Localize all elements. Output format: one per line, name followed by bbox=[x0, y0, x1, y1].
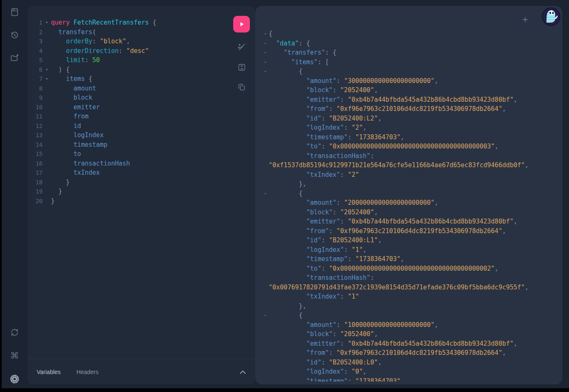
code-text: { bbox=[269, 67, 302, 76]
code-text: id bbox=[51, 121, 81, 131]
response-json-line: "txIndex": "2" bbox=[262, 170, 562, 180]
add-tab-button[interactable]: + bbox=[521, 13, 530, 26]
code-text: }, bbox=[269, 302, 306, 311]
query-code-line[interactable]: 8 amount bbox=[30, 84, 226, 93]
history-icon[interactable] bbox=[9, 29, 20, 41]
line-number: 17 bbox=[30, 168, 43, 178]
query-code-line[interactable]: 3 orderBy: "block", bbox=[30, 37, 226, 46]
merge-icon-svg bbox=[237, 63, 247, 72]
ghost-logo[interactable] bbox=[541, 7, 561, 26]
response-json-line: "block": "2052400", bbox=[262, 85, 562, 95]
code-text: timestamp bbox=[51, 140, 107, 150]
query-code-line[interactable]: 7▾ items { bbox=[30, 74, 226, 84]
line-number: 20 bbox=[30, 196, 43, 206]
query-code-line[interactable]: 12 id bbox=[30, 121, 226, 131]
query-code-line[interactable]: 4 orderDirection: "desc" bbox=[30, 46, 226, 56]
query-code-line[interactable]: 18 } bbox=[30, 178, 226, 187]
docs-icon[interactable] bbox=[9, 6, 20, 18]
query-code-line[interactable]: 6▾ ) { bbox=[30, 65, 226, 75]
query-code-line[interactable]: 19 } bbox=[30, 187, 226, 196]
line-number: 13 bbox=[30, 131, 43, 140]
screen-edge-bottom bbox=[0, 388, 569, 392]
query-code-line[interactable]: 17 txIndex bbox=[30, 168, 226, 178]
code-text: { bbox=[269, 311, 302, 320]
fold-toggle-icon[interactable]: ▾ bbox=[43, 18, 51, 28]
code-text: limit: 50 bbox=[51, 55, 100, 65]
response-json-line: "from": "0xf96e7963c210106d4dc8219fb5343… bbox=[262, 104, 562, 114]
response-json-line: ▾ { bbox=[262, 67, 562, 76]
query-code-line[interactable]: 14 timestamp bbox=[30, 140, 226, 150]
query-code-line[interactable]: 5 limit: 50 bbox=[30, 55, 226, 65]
fold-toggle-icon[interactable]: ▾ bbox=[262, 311, 269, 320]
line-number: 11 bbox=[30, 112, 43, 121]
query-code-line[interactable]: 13 logIndex bbox=[30, 131, 226, 140]
tab-variables[interactable]: Variables bbox=[37, 369, 60, 375]
code-text: transfers( bbox=[51, 28, 96, 37]
screen-edge-left bbox=[0, 0, 2, 392]
merge-fragments-icon[interactable] bbox=[236, 62, 247, 73]
query-code-line[interactable]: 16 transactionHash bbox=[30, 159, 226, 168]
chevron-up-icon[interactable] bbox=[239, 369, 246, 374]
code-text: "id": "B2052400:L2", bbox=[269, 114, 382, 123]
response-json-line: "id": "B2052400:L2", bbox=[262, 114, 562, 123]
fold-toggle-icon[interactable]: ▾ bbox=[262, 48, 269, 58]
fold-toggle-icon[interactable]: ▾ bbox=[262, 39, 269, 48]
query-code-line[interactable]: 10 emitter bbox=[30, 103, 226, 112]
query-code-line[interactable]: 11 from bbox=[30, 112, 226, 121]
copy-query-icon[interactable] bbox=[236, 82, 247, 93]
response-json-line: "transactionHash": bbox=[262, 151, 562, 161]
response-json-line: "timestamp": "1738364703", bbox=[262, 254, 562, 264]
code-text: amount bbox=[51, 84, 96, 93]
code-text: { bbox=[269, 189, 302, 199]
fold-toggle-icon[interactable]: ▾ bbox=[43, 74, 51, 84]
code-text: "to": "0x0000000000000000000000000000000… bbox=[269, 142, 499, 151]
code-text: "items": [ bbox=[269, 58, 329, 67]
keyboard-shortcuts-icon[interactable]: ⌘ bbox=[9, 350, 20, 362]
code-text: "timestamp": "1738364703", bbox=[269, 133, 404, 142]
query-editor[interactable]: 1▾query FetchRecentTransfers {2 transfer… bbox=[30, 18, 226, 357]
response-json-line: "block": "2052400", bbox=[262, 208, 562, 217]
response-json-line: "from": "0xf96e7963c210106d4dc8219fb5343… bbox=[262, 348, 562, 358]
code-text: "txIndex": "1" bbox=[269, 292, 359, 302]
fold-toggle-icon[interactable]: ▾ bbox=[262, 189, 269, 199]
response-json-line: ▾ "transfers": { bbox=[262, 48, 562, 58]
line-number: 8 bbox=[30, 84, 43, 93]
code-text: "transactionHash": bbox=[269, 273, 374, 283]
settings-icon[interactable] bbox=[9, 373, 20, 385]
code-text: "logIndex": "0", bbox=[269, 367, 367, 377]
line-number: 7 bbox=[30, 74, 43, 84]
line-number: 14 bbox=[30, 140, 43, 150]
query-code-line[interactable]: 9 block bbox=[30, 93, 226, 103]
line-number: 18 bbox=[30, 178, 43, 187]
response-viewer: ▾{▾ "data": {▾ "transfers": {▾ "items": … bbox=[262, 29, 562, 382]
fold-toggle-icon[interactable]: ▾ bbox=[262, 58, 269, 67]
line-number: 9 bbox=[30, 93, 43, 103]
fold-toggle-icon[interactable]: ▾ bbox=[262, 67, 269, 76]
fold-toggle-icon[interactable]: ▾ bbox=[43, 65, 51, 75]
reload-schema-icon[interactable] bbox=[9, 327, 20, 338]
query-code-line[interactable]: 1▾query FetchRecentTransfers { bbox=[30, 18, 226, 28]
code-text: "block": "2052400", bbox=[269, 85, 378, 95]
command-glyph: ⌘ bbox=[10, 352, 19, 360]
query-code-line[interactable]: 15 to bbox=[30, 149, 226, 159]
query-code-line[interactable]: 20} bbox=[30, 196, 226, 206]
code-text: "from": "0xf96e7963c210106d4dc8219fb5343… bbox=[269, 226, 506, 236]
code-text: txIndex bbox=[51, 168, 100, 178]
code-text: "timestamp": "1738364703", bbox=[269, 377, 404, 382]
tab-headers[interactable]: Headers bbox=[76, 369, 98, 375]
gear-icon-svg bbox=[9, 374, 20, 384]
query-code-line[interactable]: 2 transfers( bbox=[30, 28, 226, 37]
response-json-line: "emitter": "0xb4b7a44bfbda545a432b86b4cb… bbox=[262, 95, 562, 105]
query-editor-panel: 1▾query FetchRecentTransfers {2 transfer… bbox=[28, 6, 255, 384]
code-text: ) { bbox=[51, 65, 70, 75]
execute-query-button[interactable] bbox=[233, 16, 250, 33]
code-text: orderDirection: "desc" bbox=[51, 46, 149, 56]
code-text: to bbox=[51, 149, 81, 159]
code-text: "txIndex": "2" bbox=[269, 170, 359, 180]
code-text: "transfers": { bbox=[269, 48, 337, 58]
fold-toggle-icon[interactable]: ▾ bbox=[262, 29, 269, 39]
prettify-icon[interactable] bbox=[236, 42, 247, 53]
add-collection-icon[interactable] bbox=[9, 52, 20, 64]
folder-plus-icon-svg bbox=[10, 53, 20, 63]
response-json-line: "emitter": "0xb4b7a44bfbda545a432b86b4cb… bbox=[262, 217, 562, 226]
